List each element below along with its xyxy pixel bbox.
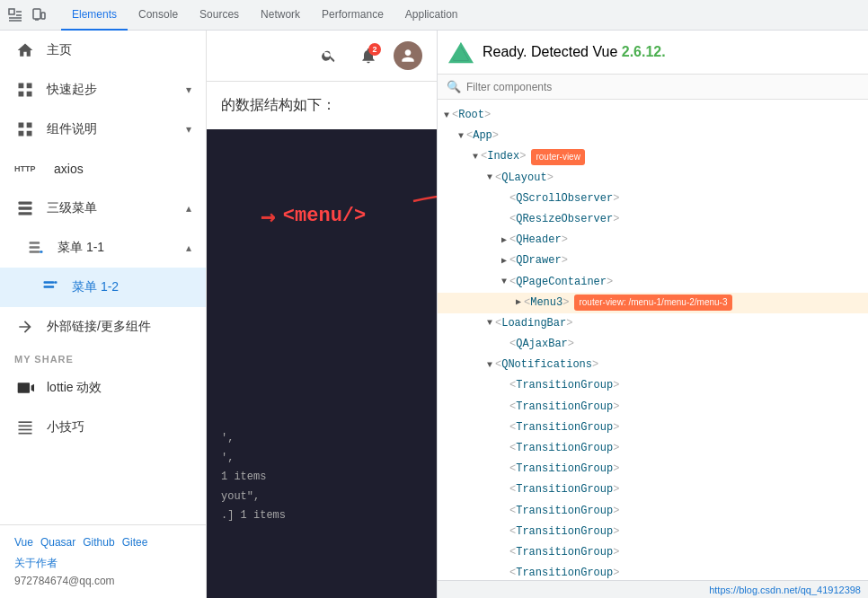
svg-rect-21 xyxy=(19,426,32,427)
tree-item[interactable]: ▼<QNotifications> xyxy=(438,355,868,375)
tree-item[interactable]: ▶<QDrawer> xyxy=(438,251,868,271)
filter-input[interactable] xyxy=(466,81,859,93)
tree-bracket: < xyxy=(481,148,487,165)
grid-icon xyxy=(14,79,36,101)
menu2-icon xyxy=(25,237,47,259)
footer-email: 972784674@qq.com xyxy=(14,575,191,587)
notification-button[interactable]: 2 xyxy=(354,41,383,70)
video-icon xyxy=(14,377,36,399)
tree-item[interactable]: <QScrollObserver> xyxy=(438,189,868,209)
tree-toggle[interactable]: ▼ xyxy=(484,358,495,373)
avatar[interactable] xyxy=(394,41,422,70)
code-line-5: .] 1 items xyxy=(221,506,286,526)
tree-item[interactable]: ▼<Root> xyxy=(438,105,868,126)
tree-item[interactable]: <TransitionGroup> xyxy=(438,375,868,396)
tree-tag-name: App xyxy=(473,128,492,145)
tab-application[interactable]: Application xyxy=(394,0,469,31)
tree-toggle[interactable]: ▼ xyxy=(484,316,495,330)
tree-bracket: < xyxy=(466,128,473,145)
footer-link-vue[interactable]: Vue xyxy=(14,536,33,549)
tree-toggle[interactable]: ▼ xyxy=(456,129,466,144)
chevron-up-icon: ▴ xyxy=(186,202,191,215)
sidebar-item-tertiary[interactable]: 三级菜单 ▴ xyxy=(0,189,206,228)
inspect-icon[interactable] xyxy=(7,7,23,23)
tree-toggle[interactable]: ▶ xyxy=(499,233,509,248)
tree-item[interactable]: ▼<LoadingBar> xyxy=(438,313,868,334)
sidebar-item-lottie[interactable]: lottie 动效 xyxy=(0,368,206,408)
tree-item[interactable]: <TransitionGroup> xyxy=(438,522,868,542)
sidebar-item-external[interactable]: 外部链接/更多组件 xyxy=(0,307,206,347)
tree-toggle[interactable]: ▶ xyxy=(499,254,509,268)
tree-item[interactable]: ▶<QHeader> xyxy=(438,230,868,251)
tree-item[interactable]: <TransitionGroup> xyxy=(438,459,868,479)
footer-link-gitee[interactable]: Gitee xyxy=(122,536,148,549)
tree-item[interactable]: ▼<QPageContainer> xyxy=(438,272,868,293)
tree-bracket: < xyxy=(509,336,516,353)
svg-rect-14 xyxy=(40,251,42,253)
tab-performance[interactable]: Performance xyxy=(311,0,394,31)
svg-rect-18 xyxy=(18,383,30,393)
tree-toggle[interactable]: ▼ xyxy=(484,171,495,185)
tree-item[interactable]: ▼<QLayout> xyxy=(438,168,868,189)
sidebar-item-axios[interactable]: HTTP axios xyxy=(0,149,206,189)
search-button[interactable] xyxy=(314,41,343,70)
tree-bracket: < xyxy=(509,211,516,228)
sidebar-item-components[interactable]: 组件说明 ▾ xyxy=(0,110,206,149)
tree-item[interactable]: <TransitionGroup> xyxy=(438,542,868,563)
tab-sources[interactable]: Sources xyxy=(189,0,250,31)
tab-elements[interactable]: Elements xyxy=(61,0,128,31)
tree-toggle[interactable]: ▼ xyxy=(441,109,452,123)
sidebar-item-quickstart[interactable]: 快速起步 ▾ xyxy=(0,70,206,110)
tree-item[interactable]: <QResizeObserver> xyxy=(438,209,868,230)
menu1-icon xyxy=(40,277,61,298)
code-block: ', ', 1 items yout", .] 1 items xyxy=(221,429,286,526)
svg-marker-19 xyxy=(31,384,34,391)
tree-tag-name: QScrollObserver xyxy=(516,190,613,207)
tree-item[interactable]: <TransitionGroup> xyxy=(438,438,868,459)
svg-rect-12 xyxy=(30,246,40,249)
menu-annotation-text: <menu/> xyxy=(283,205,366,227)
tree-tag-name: QLayout xyxy=(501,170,546,187)
tree-item[interactable]: <TransitionGroup> xyxy=(438,418,868,438)
sidebar-item-home[interactable]: 主页 xyxy=(0,31,206,70)
tree-toggle[interactable]: ▼ xyxy=(499,275,509,289)
footer-link-quasar[interactable]: Quasar xyxy=(40,536,75,549)
tree-item[interactable]: <TransitionGroup> xyxy=(438,397,868,418)
home-icon xyxy=(14,40,36,61)
tree-tag-name: QHeader xyxy=(516,232,561,249)
device-icon[interactable] xyxy=(31,7,47,23)
svg-rect-10 xyxy=(19,212,32,215)
tree-tag-name: TransitionGroup xyxy=(516,399,613,416)
svg-rect-20 xyxy=(19,421,32,423)
tree-item[interactable]: ▶<Menu3>router-view: /menu-1/menu-2/menu… xyxy=(438,293,868,313)
tree-tag-name: TransitionGroup xyxy=(516,419,613,436)
vue-logo-icon xyxy=(448,40,474,65)
tree-item[interactable]: ▼<Index>router-view xyxy=(438,146,868,167)
tree-item[interactable]: <QAjaxBar> xyxy=(438,334,868,355)
tab-network[interactable]: Network xyxy=(250,0,311,31)
footer-link-github[interactable]: Github xyxy=(83,536,114,549)
tree-toggle[interactable]: ▶ xyxy=(513,295,524,310)
footer-link-about[interactable]: 关于作者 xyxy=(14,556,58,571)
tree-item[interactable]: ▼<App> xyxy=(438,126,868,146)
tab-console[interactable]: Console xyxy=(128,0,189,31)
content-white-header: 的数据结构如下： xyxy=(207,82,437,129)
tree-bracket: < xyxy=(495,356,501,374)
grid2-icon xyxy=(14,119,36,140)
chevron-down-icon2: ▾ xyxy=(186,123,191,136)
tree-bracket: < xyxy=(509,274,516,291)
devtools-topbar: Elements Console Sources Network Perform… xyxy=(0,0,868,31)
tree-item[interactable]: <TransitionGroup> xyxy=(438,479,868,500)
code-line-2: ', xyxy=(221,449,286,469)
tree-bracket: < xyxy=(509,252,516,269)
tree-item[interactable]: <TransitionGroup> xyxy=(438,501,868,522)
tree-toggle[interactable]: ▼ xyxy=(470,150,481,164)
sidebar-item-menu12[interactable]: 菜单 1-2 xyxy=(0,268,206,307)
tree-bracket: < xyxy=(509,523,516,541)
sidebar-item-tips[interactable]: 小技巧 xyxy=(0,408,206,447)
code-line-3: 1 items xyxy=(221,468,286,488)
tree-item[interactable]: <TransitionGroup> xyxy=(438,563,868,580)
sidebar: 主页 快速起步 ▾ 组件说明 ▾ HTTP axios xyxy=(0,31,207,598)
svg-rect-6 xyxy=(41,13,45,19)
sidebar-item-menu11[interactable]: 菜单 1-1 ▴ xyxy=(0,228,206,268)
